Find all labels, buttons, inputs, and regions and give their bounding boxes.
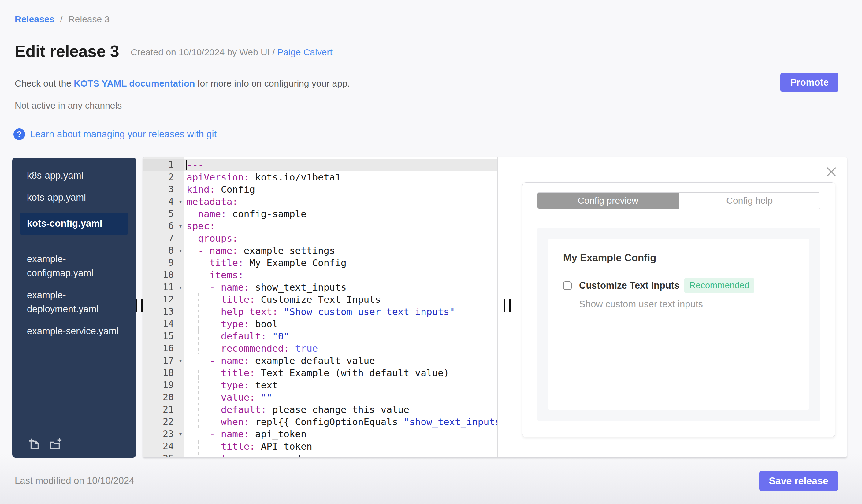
breadcrumb-current: Release 3 xyxy=(68,14,109,24)
promote-button[interactable]: Promote xyxy=(780,73,838,92)
file-item[interactable]: kots-app.yaml xyxy=(27,190,122,204)
fold-caret-icon[interactable]: ▾ xyxy=(179,428,182,440)
code-line[interactable]: kind: Config xyxy=(184,183,497,196)
right-resize-handle[interactable] xyxy=(504,299,516,313)
line-number: 14 xyxy=(143,318,184,330)
line-number: 5 xyxy=(143,208,184,220)
docs-line-prefix: Check out the xyxy=(15,78,71,88)
file-list: k8s-app.yamlkots-app.yamlkots-config.yam… xyxy=(12,158,136,338)
code-line[interactable]: type: password xyxy=(184,452,497,457)
line-number: 19 xyxy=(143,379,184,391)
config-group-card: My Example Config Customize Text Inputs … xyxy=(548,239,809,410)
file-item[interactable]: kots-config.yaml xyxy=(20,213,128,235)
created-by-link[interactable]: Paige Calvert xyxy=(277,47,332,57)
line-number: 1 xyxy=(143,159,184,171)
kots-yaml-docs-link[interactable]: KOTS YAML documentation xyxy=(74,78,195,88)
tab-config-preview[interactable]: Config preview xyxy=(537,193,679,209)
code-line[interactable]: type: text xyxy=(184,379,497,391)
line-number: 20 xyxy=(143,391,184,403)
sidebar-actions xyxy=(21,433,128,453)
code-line[interactable]: value: "" xyxy=(184,391,497,403)
fold-caret-icon[interactable]: ▾ xyxy=(179,281,182,293)
breadcrumb: Releases / Release 3 xyxy=(15,14,109,25)
code-line[interactable]: when: repl{{ ConfigOptionEquals "show_te… xyxy=(184,416,497,428)
save-release-button[interactable]: Save release xyxy=(759,471,838,491)
line-number: 21 xyxy=(143,403,184,416)
config-preview-body: My Example Config Customize Text Inputs … xyxy=(537,227,820,421)
line-number: 15 xyxy=(143,330,184,342)
question-mark-icon: ? xyxy=(13,129,25,140)
line-number: 7 xyxy=(143,232,184,244)
git-releases-help-link[interactable]: ? Learn about managing your releases wit… xyxy=(13,129,217,140)
config-option-row: Customize Text Inputs Recommended xyxy=(563,278,794,293)
created-text: Created on 10/10/2024 by Web UI / xyxy=(131,47,275,57)
last-modified-text: Last modified on 10/10/2024 xyxy=(15,475,134,486)
config-option-label: Customize Text Inputs xyxy=(579,280,679,291)
line-number: 16 xyxy=(143,342,184,355)
config-preview-panel: Config previewConfig help My Example Con… xyxy=(522,182,835,437)
line-number: 6▾ xyxy=(143,220,184,232)
line-number: 12 xyxy=(143,293,184,306)
code-line[interactable]: title: API token xyxy=(184,440,497,452)
close-preview-button[interactable] xyxy=(825,165,838,178)
code-line[interactable]: title: My Example Config xyxy=(184,256,497,269)
line-number: 3 xyxy=(143,183,184,196)
fold-caret-icon[interactable]: ▾ xyxy=(179,220,182,232)
line-number: 4▾ xyxy=(143,196,184,208)
fold-caret-icon[interactable]: ▾ xyxy=(179,196,182,208)
line-number: 17▾ xyxy=(143,355,184,367)
release-editor-page: Releases / Release 3 Edit release 3 Crea… xyxy=(0,0,862,504)
file-item[interactable]: example-deployment.yaml xyxy=(27,288,122,316)
code-line[interactable]: - name: api_token xyxy=(184,428,497,440)
config-option-help-text: Show custom user text inputs xyxy=(579,299,794,310)
customize-text-inputs-checkbox[interactable] xyxy=(563,281,572,290)
channel-status-text: Not active in any channels xyxy=(15,100,122,111)
file-item[interactable]: example-service.yaml xyxy=(27,324,122,338)
code-line[interactable]: apiVersion: kots.io/v1beta1 xyxy=(184,171,497,183)
line-number: 22 xyxy=(143,416,184,428)
tab-config-help[interactable]: Config help xyxy=(679,193,820,209)
file-list-divider xyxy=(20,242,128,243)
new-folder-icon[interactable] xyxy=(48,437,62,451)
code-line[interactable]: - name: example_default_value xyxy=(184,355,497,367)
file-item[interactable]: k8s-app.yaml xyxy=(27,169,122,183)
code-line[interactable]: --- xyxy=(184,159,497,171)
title-row: Edit release 3 Created on 10/10/2024 by … xyxy=(15,42,332,60)
editor-code-area[interactable]: ---apiVersion: kots.io/v1beta1kind: Conf… xyxy=(184,157,497,457)
code-line[interactable]: - name: show_text_inputs xyxy=(184,281,497,293)
editor-workspace: 1234▾56▾78▾91011▾121314151617▾1819202122… xyxy=(143,157,847,457)
git-help-link-label[interactable]: Learn about managing your releases with … xyxy=(30,129,217,140)
file-item[interactable]: example-configmap.yaml xyxy=(27,252,122,280)
code-line[interactable]: type: bool xyxy=(184,318,497,330)
code-line[interactable]: title: Customize Text Inputs xyxy=(184,293,497,306)
config-group-title: My Example Config xyxy=(563,252,794,264)
config-preview-pane: Config previewConfig help My Example Con… xyxy=(497,157,847,457)
code-line[interactable]: name: config-sample xyxy=(184,208,497,220)
code-line[interactable]: help_text: "Show custom user text inputs… xyxy=(184,306,497,318)
breadcrumb-releases-link[interactable]: Releases xyxy=(15,14,54,24)
code-line[interactable]: spec: xyxy=(184,220,497,232)
fold-caret-icon[interactable]: ▾ xyxy=(179,355,182,367)
docs-line-suffix: for more info on configuring your app. xyxy=(197,78,350,88)
breadcrumb-separator: / xyxy=(60,14,62,24)
file-sidebar: k8s-app.yamlkots-app.yamlkots-config.yam… xyxy=(12,158,136,457)
left-resize-handle[interactable] xyxy=(135,299,148,313)
fold-caret-icon[interactable]: ▾ xyxy=(179,244,182,256)
line-number: 8▾ xyxy=(143,244,184,256)
line-number: 18 xyxy=(143,367,184,379)
code-line[interactable]: default: "0" xyxy=(184,330,497,342)
code-line[interactable]: recommended: true xyxy=(184,342,497,355)
docs-line: Check out theKOTS YAML documentationfor … xyxy=(15,78,350,89)
line-number: 23▾ xyxy=(143,428,184,440)
code-line[interactable]: items: xyxy=(184,269,497,281)
code-line[interactable]: metadata: xyxy=(184,196,497,208)
code-line[interactable]: title: Text Example (with default value) xyxy=(184,367,497,379)
code-line[interactable]: default: please change this value xyxy=(184,403,497,416)
line-number: 2 xyxy=(143,171,184,183)
line-number: 9 xyxy=(143,256,184,269)
page-title: Edit release 3 xyxy=(15,42,119,60)
recommended-badge: Recommended xyxy=(684,278,754,293)
code-line[interactable]: - name: example_settings xyxy=(184,244,497,256)
code-line[interactable]: groups: xyxy=(184,232,497,244)
new-file-icon[interactable] xyxy=(27,437,41,451)
